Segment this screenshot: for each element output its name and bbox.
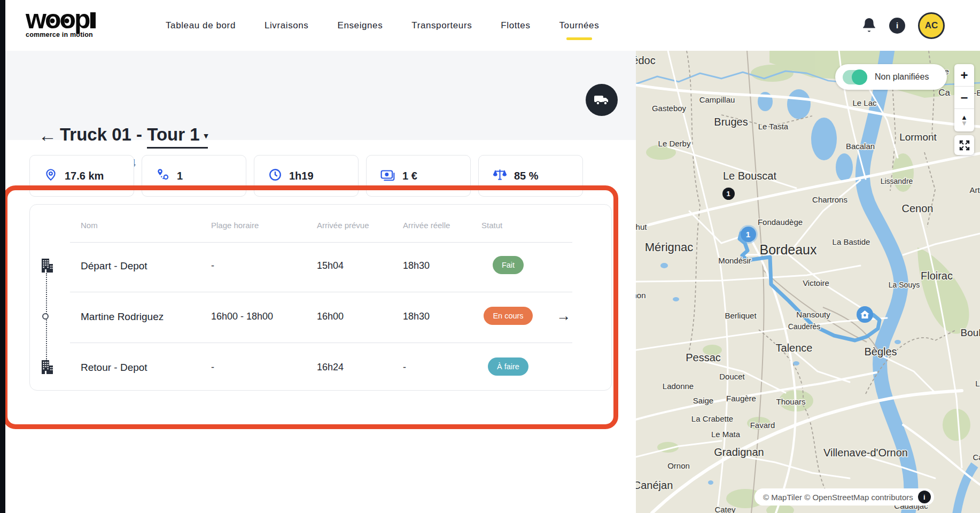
- stats-row: 17.6 km 1 1h19 1 € 85 %: [29, 155, 583, 197]
- stat-card: 17.6 km: [29, 155, 134, 197]
- map-label: Lissandre: [881, 177, 913, 185]
- status-badge: Fait: [481, 256, 535, 274]
- column-header: Arrivée réelle: [403, 221, 450, 230]
- map-label: édoc: [636, 55, 656, 66]
- stat-card: 1 €: [366, 155, 471, 197]
- navbar: woop commerce in motion Tableau de bordL…: [5, 0, 980, 51]
- column-header: Nom: [81, 221, 98, 230]
- bell-icon[interactable]: [862, 18, 876, 33]
- nav-item-transporteurs[interactable]: Transporteurs: [411, 20, 472, 31]
- cell-actual-arrival: -: [403, 362, 406, 373]
- map-attribution: © MapTiler © OpenStreetMap contributors …: [755, 488, 934, 506]
- map-panel[interactable]: édocCampillauGasteboyBrugesLe TastaLe De…: [636, 51, 980, 513]
- map-label: Bordeaux: [759, 242, 817, 257]
- map-label: hut: [636, 222, 647, 231]
- map-label: Le Bouscat: [723, 170, 777, 182]
- toggle-label: Non planifiées: [875, 72, 929, 82]
- nav-items: Tableau de bordLivraisonsEnseignesTransp…: [166, 0, 599, 51]
- tour-selector[interactable]: Tour 1▾: [147, 125, 208, 149]
- map-label: Bègles: [864, 346, 897, 357]
- status-badge: En cours: [481, 307, 535, 325]
- map-label: hon: [636, 291, 646, 300]
- cell-planned-arrival: 16h24: [317, 362, 344, 373]
- toggle-track[interactable]: [843, 70, 867, 84]
- map-label: Berliquet: [725, 311, 757, 320]
- fullscreen-icon: [959, 140, 970, 151]
- map-label: Li: [975, 379, 980, 388]
- cell-planned-arrival: 15h04: [317, 260, 344, 271]
- nav-right-icons: i AC: [862, 0, 945, 51]
- money-icon: [380, 168, 395, 183]
- status-badge-label: À faire: [488, 357, 528, 376]
- stat-card: 1: [142, 155, 246, 197]
- map-label: Bacalan: [846, 142, 875, 151]
- row-detail-arrow[interactable]: →: [556, 308, 571, 324]
- stops-icon: [156, 168, 170, 184]
- nav-item-tournees[interactable]: Tournées: [559, 20, 600, 31]
- scale-icon: [493, 168, 507, 184]
- truck-button[interactable]: [586, 84, 618, 116]
- map-label: Ca: [938, 88, 950, 98]
- stat-card: 1h19: [254, 155, 359, 197]
- info-button[interactable]: i: [889, 18, 905, 34]
- logo-cursor-block: [90, 12, 96, 28]
- stop-circle-icon: [42, 313, 49, 320]
- toggle-knob: [852, 69, 867, 85]
- map-label: Favard: [750, 421, 775, 430]
- map-label: Chartrons: [812, 195, 847, 204]
- zoom-in-button[interactable]: +: [954, 64, 974, 87]
- unplanned-toggle[interactable]: Non planifiées: [835, 64, 947, 90]
- logo-word: woop: [26, 7, 96, 31]
- nav-item-enseignes[interactable]: Enseignes: [337, 20, 383, 31]
- attribution-info-button[interactable]: i: [918, 491, 931, 503]
- map-label: Mérignac: [645, 240, 693, 254]
- stops-table: NomPlage horaireArrivée prévueArrivée ré…: [29, 204, 612, 391]
- unplanned-marker[interactable]: 1: [722, 188, 735, 200]
- map-label: Mondésir: [718, 256, 751, 265]
- map-label: Bruges: [714, 116, 748, 128]
- page-title: Truck 01 - Tour 1▾: [60, 125, 208, 145]
- stat-value: 1 €: [402, 170, 417, 182]
- map-zoom-controls: + − ▲▼: [954, 64, 974, 131]
- nav-item-flottes[interactable]: Flottes: [501, 20, 530, 31]
- map-label: Art: [969, 185, 980, 195]
- map-label: La Bastide: [833, 237, 870, 246]
- map-label: Le Derby: [658, 139, 691, 148]
- map-label: Faugère: [726, 394, 756, 403]
- cell-time-window: -: [211, 362, 214, 373]
- cell-name: Départ - Depot: [81, 260, 147, 272]
- map-label: -B: [974, 88, 980, 97]
- nav-item-livraisons[interactable]: Livraisons: [265, 20, 309, 31]
- stat-card: 85 %: [478, 155, 583, 197]
- map-label: Le Tasta: [758, 122, 789, 131]
- back-arrow-icon[interactable]: ←: [38, 126, 57, 145]
- map-label: La Souys: [889, 281, 920, 289]
- map-label: Cauderès: [788, 322, 821, 331]
- row-divider: [70, 292, 572, 292]
- map-label: Gradignan: [714, 446, 764, 458]
- nav-item-tableau-de-bord[interactable]: Tableau de bord: [166, 20, 236, 31]
- fullscreen-button[interactable]: [954, 135, 974, 155]
- stat-value: 17.6 km: [65, 170, 104, 182]
- attribution-text: © MapTiler © OpenStreetMap contributors: [763, 493, 913, 502]
- depot-building-icon: [39, 360, 54, 377]
- header-band: ← Truck 01 - Tour 1▾ Du 15-04-2024: [5, 51, 636, 140]
- stat-value: 1: [177, 170, 183, 182]
- map-label: Floirac: [921, 270, 953, 282]
- avatar[interactable]: AC: [918, 12, 945, 39]
- map-canvas: édocCampillauGasteboyBrugesLe TastaLe De…: [636, 51, 980, 513]
- map-label: Campillau: [699, 95, 735, 104]
- cell-name: Retour - Depot: [81, 362, 147, 374]
- woop-logo[interactable]: woop commerce in motion: [26, 7, 96, 38]
- zoom-out-button[interactable]: −: [954, 87, 974, 109]
- compass-button[interactable]: ▲▼: [954, 109, 974, 131]
- map-label: La Crabette: [691, 414, 733, 423]
- map-label: Le Mata: [711, 430, 741, 439]
- map-label: Fondaudège: [758, 217, 803, 227]
- truck-title: Truck 01 -: [60, 125, 147, 144]
- truck-icon: [594, 94, 610, 106]
- clock-icon: [268, 168, 282, 184]
- map-label: Thouars: [776, 397, 805, 406]
- stop-marker[interactable]: 1: [741, 227, 756, 242]
- depot-marker[interactable]: [857, 306, 873, 323]
